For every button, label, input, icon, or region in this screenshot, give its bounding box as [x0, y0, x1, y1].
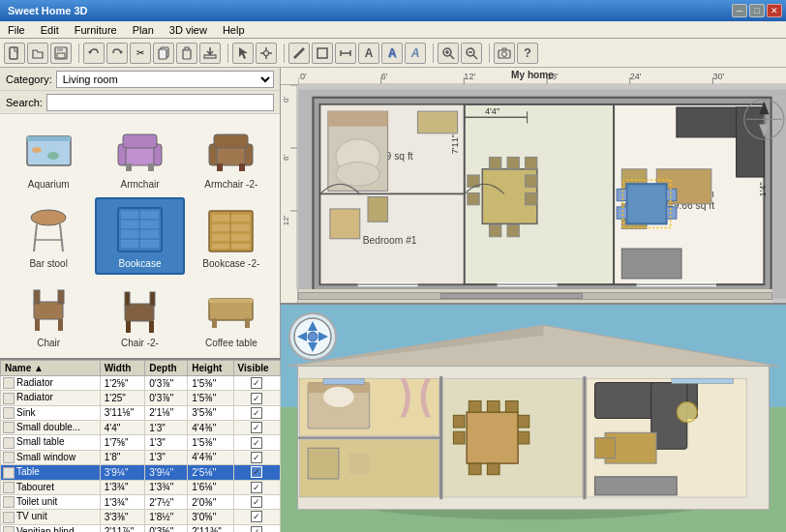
create-text2-button[interactable]: A	[381, 43, 403, 64]
select-tool-button[interactable]	[232, 43, 254, 64]
visibility-checkbox[interactable]	[251, 482, 262, 493]
visibility-checkbox[interactable]	[251, 407, 262, 419]
cell-visible[interactable]	[233, 376, 280, 391]
furniture-item-coffee-table[interactable]: Coffee table	[187, 277, 276, 354]
furniture-item-bookcase[interactable]: Bookcase	[95, 197, 184, 275]
svg-rect-63	[125, 304, 154, 321]
pan-tool-button[interactable]	[256, 43, 277, 64]
menu-edit[interactable]: Edit	[37, 23, 63, 37]
cell-visible[interactable]	[233, 494, 280, 509]
toolbar-sep-1	[76, 44, 79, 63]
furniture-item-armchair[interactable]: Armchair	[95, 118, 184, 195]
visibility-checkbox[interactable]	[251, 526, 262, 532]
menu-plan[interactable]: Plan	[129, 23, 158, 37]
menu-file[interactable]: File	[4, 23, 29, 37]
svg-rect-5	[159, 49, 166, 59]
visibility-checkbox[interactable]	[251, 511, 262, 522]
visibility-checkbox[interactable]	[251, 466, 262, 478]
visibility-checkbox[interactable]	[251, 496, 262, 508]
search-input[interactable]	[46, 94, 274, 111]
cell-visible[interactable]	[233, 405, 280, 420]
visibility-checkbox[interactable]	[251, 452, 262, 463]
new-button[interactable]	[4, 43, 25, 64]
bar-stool-icon	[19, 203, 77, 256]
cell-height: 4'4⅜"	[188, 450, 233, 464]
furniture-item-chair[interactable]: Chair	[4, 277, 93, 354]
furniture-item-bookcase-2[interactable]: Bookcase -2-	[187, 197, 276, 275]
furniture-item-aquarium[interactable]: Aquarium	[4, 118, 93, 195]
copy-button[interactable]	[153, 43, 174, 64]
cell-visible[interactable]	[233, 391, 280, 405]
create-text-button[interactable]: A	[358, 43, 379, 64]
bookcase-icon	[110, 203, 168, 256]
cell-visible[interactable]	[233, 421, 280, 435]
hscrollbar[interactable]	[298, 289, 772, 303]
nav-control[interactable]	[288, 312, 337, 361]
svg-rect-175	[469, 401, 481, 413]
cell-width: 1'3¾"	[100, 494, 145, 509]
cell-visible[interactable]	[233, 450, 280, 464]
titlebar: Sweet Home 3D ─ □ ✕	[0, 0, 786, 21]
create-text3-button[interactable]: A	[405, 43, 426, 64]
table-row[interactable]: TV unit3'3⅜"1'8½"3'0⅝"	[1, 510, 281, 524]
floorplan-area[interactable]: 0' 6' 12' 18' 24' 30' My home	[281, 68, 786, 305]
view3d-area[interactable]	[281, 305, 786, 532]
visibility-checkbox[interactable]	[251, 377, 262, 389]
visibility-checkbox[interactable]	[251, 437, 262, 449]
svg-text:0': 0'	[300, 72, 307, 81]
plan-content[interactable]: 4'4" 7'11" 3'9¼" 1'4" 84.89 sq ft Bedroo…	[298, 85, 786, 303]
visibility-checkbox[interactable]	[251, 393, 262, 404]
cut-button[interactable]: ✂	[130, 43, 151, 64]
armchair-2-label: Armchair -2-	[204, 179, 257, 190]
minimize-button[interactable]: ─	[732, 4, 747, 17]
col-visible[interactable]: Visible	[233, 361, 280, 376]
furniture-item-armchair-2[interactable]: Armchair -2-	[187, 118, 276, 195]
maximize-button[interactable]: □	[749, 4, 765, 17]
help-button[interactable]: ?	[517, 43, 538, 64]
table-row[interactable]: Tabouret1'3¾"1'3¾"1'6⅛"	[1, 480, 281, 494]
visibility-checkbox[interactable]	[251, 422, 262, 433]
table-row[interactable]: Small double...4'4"1'3"4'4⅜"	[1, 421, 281, 435]
create-wall-button[interactable]	[288, 43, 310, 64]
cell-height: 2'5⅛"	[188, 465, 233, 480]
cell-visible[interactable]	[233, 510, 280, 524]
table-row[interactable]: Small window1'8"1'3"4'4⅜"	[1, 450, 281, 464]
redo-button[interactable]	[106, 43, 128, 64]
furniture-item-bar-stool[interactable]: Bar stool	[4, 197, 93, 275]
cell-height: 2'0⅜"	[188, 494, 233, 509]
undo-button[interactable]	[83, 43, 105, 64]
paste-button[interactable]	[176, 43, 197, 64]
table-row[interactable]: Venitian blind2'11⅞"0'3⅝"2'11⅜"	[1, 524, 281, 532]
cell-height: 1'5⅜"	[188, 435, 233, 450]
table-row[interactable]: Toilet unit1'3¾"2'7½"2'0⅜"	[1, 494, 281, 509]
furniture-item-chair-2[interactable]: Chair -2-	[95, 277, 184, 354]
category-select[interactable]: Living room Bedroom Kitchen Bathroom Off…	[56, 71, 274, 88]
menu-3dview[interactable]: 3D view	[166, 23, 211, 37]
cell-visible[interactable]	[233, 465, 280, 480]
cell-visible[interactable]	[233, 435, 280, 450]
open-button[interactable]	[27, 43, 48, 64]
col-width[interactable]: Width	[100, 361, 145, 376]
menu-furniture[interactable]: Furniture	[71, 23, 121, 37]
table-row[interactable]: Sink3'11⅛"2'1⅛"3'5⅜"	[1, 405, 281, 420]
properties-scroll[interactable]: Name ▲ Width Depth Height Visible Radiat…	[0, 360, 281, 532]
cell-visible[interactable]	[233, 480, 280, 494]
col-name[interactable]: Name ▲	[1, 361, 101, 376]
zoom-in-button[interactable]	[438, 43, 459, 64]
table-row[interactable]: Radiator1'25"0'3⅞"1'5⅜"	[1, 391, 281, 405]
col-height[interactable]: Height	[188, 361, 233, 376]
menu-help[interactable]: Help	[219, 23, 249, 37]
import-button[interactable]	[199, 43, 221, 64]
create-dimension-button[interactable]	[335, 43, 356, 64]
col-depth[interactable]: Depth	[145, 361, 188, 376]
create-room-button[interactable]	[312, 43, 333, 64]
cell-visible[interactable]	[233, 524, 280, 532]
close-button[interactable]: ✕	[767, 4, 782, 17]
zoom-out-button[interactable]	[461, 43, 482, 64]
camera-button[interactable]	[494, 43, 515, 64]
save-button[interactable]	[50, 43, 72, 64]
table-row[interactable]: Table3'9¼"3'9¼"2'5⅛"	[1, 465, 281, 480]
table-row[interactable]: Small table1'7⅝"1'3"1'5⅜"	[1, 435, 281, 450]
cell-height: 2'11⅜"	[188, 524, 233, 532]
table-row[interactable]: Radiator1'2⅝"0'3⅞"1'5⅜"	[1, 376, 281, 391]
